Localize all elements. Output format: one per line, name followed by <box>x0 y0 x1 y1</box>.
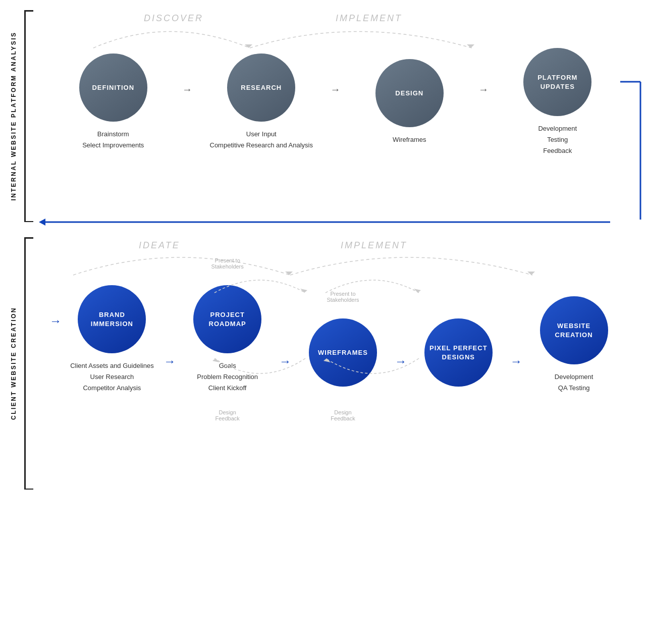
step-design: DESIGN Wireframes <box>344 59 475 145</box>
circle-pixel-perfect: PIXEL PERFECT DESIGNS <box>424 318 493 387</box>
step-pixel-perfect: PIXEL PERFECT DESIGNS <box>409 318 507 394</box>
circle-design: DESIGN <box>375 59 444 127</box>
svg-text:DISCOVER: DISCOVER <box>144 13 203 23</box>
svg-text:IDEATE: IDEATE <box>139 240 180 250</box>
sub-design: Wireframes <box>393 134 426 145</box>
sub-project-roadmap: Goals Problem Recognition Client Kickoff <box>197 360 258 394</box>
feedback-design-2: Design Feedback <box>331 409 355 421</box>
circle-platform-updates: PLATFORM UPDATES <box>523 48 591 116</box>
arrow-b1: → <box>161 354 179 394</box>
arrow-b4: → <box>507 354 525 394</box>
circle-brand-immersion: BRAND IMMERSION <box>78 285 146 353</box>
svg-marker-11 <box>527 272 535 275</box>
arrow-2: → <box>327 84 344 121</box>
circle-definition: DEFINITION <box>79 53 147 122</box>
feedback-present-stakeholders-2: Present to Stakeholders <box>327 291 359 303</box>
svg-text:IMPLEMENT: IMPLEMENT <box>341 240 407 250</box>
arrow-1: → <box>179 84 196 121</box>
sub-platform-updates: Development Testing Feedback <box>538 123 577 156</box>
sub-brand-immersion: Client Assets and Guidelines User Resear… <box>70 360 153 394</box>
step-platform-updates: PLATFORM UPDATES Development Testing Fee… <box>493 48 623 156</box>
svg-marker-3 <box>467 44 474 48</box>
bottom-section-label: CLIENT WEBSITE CREATION <box>10 307 17 420</box>
circle-website-creation: WEBSITE CREATION <box>540 296 608 364</box>
arrow-b3: → <box>392 354 409 394</box>
circle-project-roadmap: PROJECT ROADMAP <box>193 285 261 353</box>
feedback-present-stakeholders-1: Present to Stakeholders <box>211 257 244 270</box>
sub-definition: Brainstorm Select Improvements <box>82 129 144 151</box>
step-website-creation: WEBSITE CREATION Development QA Testing <box>525 296 623 394</box>
step-wireframes: Present to Stakeholders WIREFRAMES Desig… <box>294 318 392 394</box>
step-definition: DEFINITION Brainstorm Select Improvement… <box>48 53 179 151</box>
sub-research: User Input Competitive Research and Anal… <box>210 129 313 151</box>
svg-text:IMPLEMENT: IMPLEMENT <box>336 13 402 23</box>
circle-wireframes: WIREFRAMES <box>309 318 377 387</box>
top-section-label: INTERNAL WEBSITE PLATFORM ANALYSIS <box>10 31 17 200</box>
step-project-roadmap: Present to Stakeholders PROJECT ROADMAP … <box>179 285 277 394</box>
step-research: RESEARCH User Input Competitive Research… <box>196 53 327 151</box>
arrow-b2: → <box>277 354 294 394</box>
arrow-3: → <box>475 84 493 121</box>
step-brand-immersion: BRAND IMMERSION Client Assets and Guidel… <box>63 285 161 394</box>
sub-website-creation: Development QA Testing <box>555 371 593 394</box>
feedback-design-1: Design Feedback <box>215 409 240 421</box>
circle-research: RESEARCH <box>227 53 295 122</box>
